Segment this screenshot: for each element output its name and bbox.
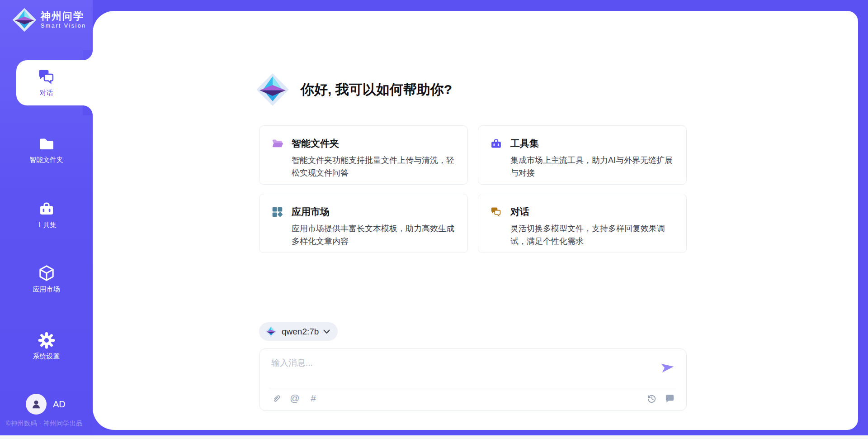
mention-icon[interactable]: @ xyxy=(289,393,300,404)
avatar[interactable] xyxy=(26,394,47,415)
card-description: 智能文件夹功能支持批量文件上传与清洗，轻松实现文件问答 xyxy=(292,154,455,179)
sidebar-item-settings[interactable]: 系统设置 xyxy=(0,330,93,369)
sidebar: 神州问学 Smart Vision 对话 智能文件夹 xyxy=(0,0,93,435)
user-account[interactable]: AD xyxy=(26,394,66,415)
history-icon[interactable] xyxy=(646,393,657,404)
composer-tools-right xyxy=(646,393,675,404)
brand-subtitle: Smart Vision xyxy=(41,22,86,29)
open-folder-icon xyxy=(271,138,283,150)
user-name: AD xyxy=(53,399,66,410)
briefcase-icon xyxy=(37,199,57,219)
greeting: 你好, 我可以如何帮助你? xyxy=(255,72,452,107)
feature-cards: 智能文件夹 智能文件夹功能支持批量文件上传与清洗，轻松实现文件问答 工具集 集成… xyxy=(259,125,687,253)
card-description: 应用市场提供丰富长文本模板，助力高效生成多样化文章内容 xyxy=(292,222,455,248)
horizontal-scrollbar[interactable] xyxy=(0,435,868,439)
sidebar-item-app-market[interactable]: 应用市场 xyxy=(0,263,93,302)
chat-icon xyxy=(490,206,502,218)
card-chat[interactable]: 对话 灵活切换多模型文件，支持多样回复效果调试，满足个性化需求 xyxy=(478,194,687,253)
app-logo: 神州问学 Smart Vision xyxy=(12,7,86,33)
send-icon[interactable] xyxy=(661,362,675,373)
model-diamond-icon xyxy=(265,325,277,338)
greeting-text: 你好, 我可以如何帮助你? xyxy=(301,81,452,99)
card-title: 智能文件夹 xyxy=(292,137,339,150)
composer-divider xyxy=(269,388,676,388)
sidebar-item-toolkit[interactable]: 工具集 xyxy=(0,199,93,238)
card-toolkit[interactable]: 工具集 集成市场上主流工具，助力AI与外界无缝扩展与对接 xyxy=(478,125,687,185)
briefcase-icon xyxy=(490,138,502,150)
chevron-down-icon xyxy=(323,329,330,334)
main-panel: 你好, 我可以如何帮助你? 智能文件夹 智能文件夹功能支持批量文件上传与清洗，轻… xyxy=(93,11,858,430)
app-grid-icon xyxy=(271,206,283,218)
chat-bubble-icon[interactable] xyxy=(664,393,675,404)
card-title: 工具集 xyxy=(510,137,539,150)
copyright-text: ©神州数码 · 神州问学出品 xyxy=(6,420,83,428)
card-smart-folder[interactable]: 智能文件夹 智能文件夹功能支持批量文件上传与清洗，轻松实现文件问答 xyxy=(259,125,468,185)
composer-tools-left: @ # xyxy=(271,393,319,404)
sidebar-item-smart-folder[interactable]: 智能文件夹 xyxy=(0,134,93,173)
sidebar-item-label: 系统设置 xyxy=(33,352,60,361)
card-description: 灵活切换多模型文件，支持多样回复效果调试，满足个性化需求 xyxy=(510,222,674,248)
model-selector[interactable]: qwen2:7b xyxy=(259,322,338,341)
sidebar-item-label: 应用市场 xyxy=(33,285,60,294)
sidebar-item-label: 工具集 xyxy=(36,221,57,229)
card-title: 对话 xyxy=(510,205,529,218)
card-title: 应用市场 xyxy=(292,205,330,218)
attachment-icon[interactable] xyxy=(271,393,282,404)
person-icon xyxy=(30,398,42,410)
brand-name: 神州问学 xyxy=(41,10,86,22)
sidebar-item-label: 对话 xyxy=(40,89,53,97)
hashtag-icon[interactable]: # xyxy=(308,393,319,404)
brand-diamond-icon xyxy=(12,7,37,33)
chat-icon xyxy=(37,67,57,87)
sidebar-item-label: 智能文件夹 xyxy=(29,156,63,164)
message-input[interactable] xyxy=(271,357,642,384)
gear-icon xyxy=(37,330,57,350)
model-name: qwen2:7b xyxy=(282,327,319,337)
cube-icon xyxy=(37,263,57,283)
sidebar-item-chat[interactable]: 对话 xyxy=(0,67,93,106)
card-app-market[interactable]: 应用市场 应用市场提供丰富长文本模板，助力高效生成多样化文章内容 xyxy=(259,194,468,253)
folder-icon xyxy=(37,134,57,154)
message-composer: @ # xyxy=(259,348,687,411)
card-description: 集成市场上主流工具，助力AI与外界无缝扩展与对接 xyxy=(510,154,674,179)
brand-diamond-icon xyxy=(255,72,290,107)
